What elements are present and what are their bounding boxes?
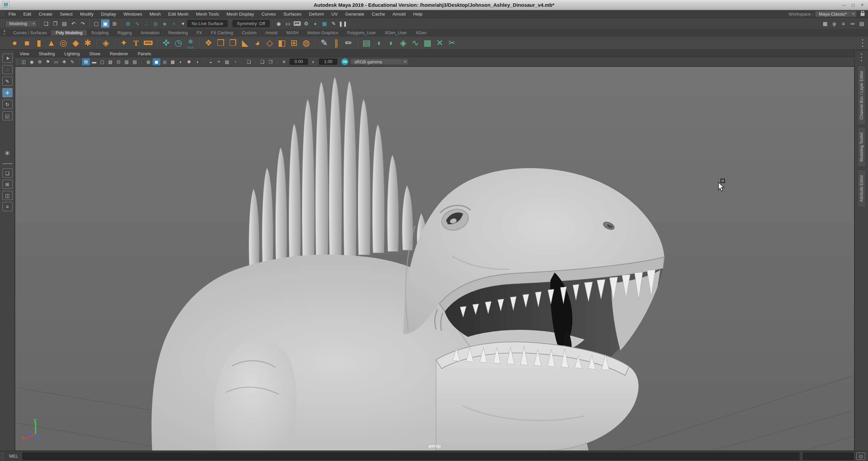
menu-edit-mesh[interactable]: Edit Mesh <box>164 12 192 17</box>
menu-file[interactable]: File <box>5 12 20 17</box>
shelf-drag-handle-button[interactable]: ● <box>859 56 864 59</box>
menu-surfaces[interactable]: Surfaces <box>280 12 305 17</box>
separate-button[interactable]: ❒ <box>215 37 226 49</box>
select-camera-button[interactable]: ◫ <box>20 58 27 65</box>
mirror-button[interactable]: ◧ <box>276 37 288 49</box>
textured-display-button[interactable]: ▩ <box>169 58 177 65</box>
menu-windows[interactable]: Windows <box>120 12 146 17</box>
lasso-select-tool-button[interactable]: ◌ <box>2 65 13 74</box>
snap-to-grid-button[interactable]: ⊞ <box>124 19 132 28</box>
modeling-toolkit-toggle-button[interactable]: ▦ <box>821 19 829 28</box>
poly-cube-button[interactable]: ■ <box>21 37 33 49</box>
four-pane-layout-button[interactable]: ⊞ <box>2 180 13 189</box>
freeze-transformations-button[interactable]: ❄0,0,0 <box>185 37 196 49</box>
make-live-button[interactable]: ◈ <box>160 19 169 28</box>
menu-cache[interactable]: Cache <box>368 12 389 17</box>
poly-plane-button[interactable]: ◆ <box>70 37 81 49</box>
shelf-drag-handle-button[interactable]: ● <box>860 41 865 44</box>
menu-mesh[interactable]: Mesh <box>146 12 164 17</box>
bevel-button[interactable]: ◣ <box>239 37 251 49</box>
shelf-tab-fx[interactable]: FX <box>192 30 206 36</box>
combine-button[interactable]: ❖ <box>203 37 214 49</box>
depth-of-field-toggle-button[interactable]: ◔ <box>231 58 239 65</box>
menu-edit[interactable]: Edit <box>20 12 35 17</box>
shelf-tab-curves-surfaces[interactable]: Curves / Surfaces <box>9 30 51 36</box>
workspace-selector[interactable]: Maya Classic* ▾ <box>815 11 856 17</box>
workspace-lock-icon[interactable] <box>861 13 865 16</box>
bridge-button[interactable]: ◇ <box>264 37 275 49</box>
safe-action-button[interactable]: ▥ <box>123 58 131 65</box>
shelf-scroll-down-button[interactable]: ▼ <box>859 59 864 62</box>
select-object-type-button[interactable]: ▣ <box>101 19 110 28</box>
panel-menu-renderer[interactable]: Renderer <box>105 51 133 56</box>
menu-display[interactable]: Display <box>97 12 120 17</box>
menu-arnold[interactable]: Arnold <box>389 12 409 17</box>
smooth-shade-all-button[interactable]: ◼ <box>153 58 160 65</box>
lattice-button[interactable]: ⊞ <box>288 37 300 49</box>
last-tool-used-button[interactable]: ✳ <box>2 147 13 159</box>
platonic-solid-button[interactable]: ◈ <box>100 37 112 49</box>
grease-pencil-button[interactable]: ✎ <box>68 58 76 65</box>
sculpt-mesh-button[interactable]: ◍ <box>300 37 312 49</box>
contour-stretch-button[interactable]: ∿ <box>410 37 421 49</box>
snap-to-point-button[interactable]: ∴ <box>142 19 151 28</box>
cut-uv-button[interactable]: ✕ <box>434 37 446 49</box>
poly-cone-button[interactable]: ▲ <box>45 37 57 49</box>
insert-edge-loop-button[interactable]: ∥ <box>331 37 342 49</box>
shelf-scroll-down-button[interactable]: ▼ <box>860 45 865 48</box>
shelf-scroll-up-button[interactable]: ▲ <box>860 38 865 41</box>
lighting-toggle-button[interactable]: ✺ <box>185 58 193 65</box>
render-current-frame-button[interactable]: ▭ <box>284 19 292 28</box>
ipr-render-button[interactable]: IPR <box>293 19 301 28</box>
image-plane-button[interactable]: ▭ <box>52 58 60 65</box>
shelf-tab-arnold[interactable]: Arnold <box>261 30 282 36</box>
menu-set-selector[interactable]: Modeling ▾ <box>5 21 37 27</box>
hypershade-button[interactable]: ● <box>311 19 320 28</box>
bookmark-view-button[interactable]: ⚑ <box>44 58 52 65</box>
cylindrical-mapping-button[interactable]: ◗ <box>385 37 397 49</box>
select-tool-button[interactable]: ➤ <box>2 54 13 63</box>
right-tab-channel-box-layer-editor[interactable]: Channel Box / Layer Editor <box>857 65 866 125</box>
outliner-pane-layout-button[interactable]: ≡ <box>2 202 13 211</box>
pan-zoom-2d-button[interactable]: ✥ <box>60 58 68 65</box>
color-management-toggle[interactable]: ON <box>341 58 349 65</box>
panel-menu-show[interactable]: Show <box>84 51 105 56</box>
render-settings-button[interactable]: ⚙ <box>302 19 311 28</box>
anti-alias-toggle-button[interactable]: ▨ <box>223 58 231 65</box>
xray-display-button[interactable]: ❑ <box>258 58 266 65</box>
menu-select[interactable]: Select <box>56 12 77 17</box>
scale-tool-button[interactable]: ◱ <box>2 111 13 120</box>
status-line-grip[interactable] <box>1 19 4 28</box>
exposure-toggle-button[interactable]: ✳ <box>280 58 288 65</box>
command-line-grip[interactable] <box>1 453 4 460</box>
measure-distance-button[interactable]: ✜ <box>160 37 172 49</box>
gate-mask-button[interactable]: ▧ <box>106 58 114 65</box>
poly-sphere-button[interactable]: ● <box>9 37 20 49</box>
humanik-toggle-button[interactable]: ψ <box>830 19 839 28</box>
right-tab-attribute-editor[interactable]: Attribute Editor <box>857 169 866 207</box>
snap-to-projected-center-button[interactable]: ◎ <box>151 19 160 28</box>
super-shape-button[interactable]: ✦ <box>118 37 130 49</box>
gamma-field[interactable]: 1.00 <box>319 59 337 65</box>
shelf-tab-fx-caching[interactable]: FX Caching <box>206 30 237 36</box>
uv-editor-button[interactable]: ▦ <box>422 37 433 49</box>
extract-button[interactable]: ❐ <box>227 37 239 49</box>
undo-button[interactable]: ↶ <box>69 19 78 28</box>
paint-effects-button[interactable]: ✎ <box>330 19 338 28</box>
film-gate-button[interactable]: ▬ <box>90 58 98 65</box>
poly-disc-button[interactable]: ✱ <box>82 37 94 49</box>
wireframe-display-button[interactable]: ◍ <box>144 58 152 65</box>
menu-deform[interactable]: Deform <box>305 12 328 17</box>
shelf-tab-mash[interactable]: MASH <box>282 30 303 36</box>
panel-menu-view[interactable]: View <box>15 51 34 56</box>
safe-title-button[interactable]: ▤ <box>131 58 139 65</box>
shelf-tab-rigging[interactable]: Rigging <box>113 30 136 36</box>
mel-command-input[interactable] <box>22 453 800 460</box>
delete-history-button[interactable]: ◷ <box>173 37 184 49</box>
viewport[interactable]: persp y x z <box>15 66 854 451</box>
script-editor-button[interactable]: {;} <box>856 453 865 460</box>
panel-menu-panels[interactable]: Panels <box>133 51 156 56</box>
poly-type-button[interactable]: T <box>130 37 142 49</box>
pause-viewport-button[interactable]: ❚❚ <box>339 19 347 28</box>
poly-torus-button[interactable]: ◎ <box>58 37 69 49</box>
